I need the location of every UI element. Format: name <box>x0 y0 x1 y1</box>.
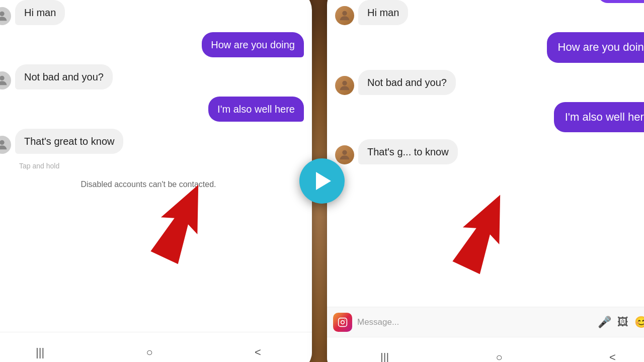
tap-hold-label: Tap and hold <box>0 161 304 170</box>
svg-rect-7 <box>339 318 347 326</box>
message-placeholder[interactable]: Message... <box>357 317 593 327</box>
nav-back-icon[interactable]: < <box>609 351 616 363</box>
bubble-received: Not bad and you? <box>15 64 113 89</box>
message-row: How are you doing <box>335 32 644 63</box>
bubble-received: Not bad and you? <box>358 70 456 95</box>
bubble-received: That's g... to know <box>358 139 458 164</box>
message-row: Not bad and you? <box>335 70 644 95</box>
svg-point-4 <box>342 11 347 16</box>
message-input-bar: Message... 🎤 🖼 😊 ⊕ <box>327 307 644 337</box>
message-row: How are you doing <box>0 32 304 57</box>
avatar-photo <box>335 6 354 25</box>
hey-bro-bubble: Hey bro <box>598 0 644 3</box>
svg-point-5 <box>342 80 347 85</box>
nav-back-icon[interactable]: < <box>255 346 261 359</box>
svg-point-2 <box>0 140 5 145</box>
bubble-sent: I'm also well here <box>554 102 644 133</box>
sticker-icon[interactable]: 😊 <box>634 316 644 329</box>
svg-point-8 <box>341 320 345 324</box>
svg-marker-10 <box>448 187 518 277</box>
bottom-nav-right: ||| ○ < <box>327 337 644 362</box>
play-triangle-icon <box>316 172 331 190</box>
input-icons: 🎤 🖼 😊 ⊕ <box>598 316 644 329</box>
red-arrow-left <box>133 170 229 275</box>
avatar-photo <box>335 76 354 95</box>
message-row: I'm also well here <box>0 97 304 122</box>
chat-area-left: Hi man How are you doing Not bad and you… <box>0 0 312 332</box>
bubble-received: Hi man <box>15 0 65 25</box>
bubble-sent: I'm also well here <box>208 97 304 122</box>
phone-right: Hey bro Hi man How are you doing Not bad… <box>327 0 644 362</box>
nav-home-icon[interactable]: ○ <box>496 351 502 363</box>
nav-home-icon[interactable]: ○ <box>146 346 152 359</box>
bubble-received: Hi man <box>358 0 408 25</box>
svg-marker-3 <box>146 176 216 266</box>
message-row: Hi man <box>335 0 644 25</box>
svg-point-1 <box>0 76 5 80</box>
svg-point-9 <box>345 319 346 320</box>
image-icon[interactable]: 🖼 <box>617 316 628 329</box>
microphone-icon[interactable]: 🎤 <box>598 316 611 329</box>
instagram-icon <box>333 313 352 332</box>
message-row: I'm also well here <box>335 102 644 133</box>
bottom-nav-left: ||| ○ < <box>0 332 312 362</box>
message-row: That's great to know <box>0 129 304 154</box>
message-row: Hi man <box>0 0 304 25</box>
bubble-sent: How are you doing <box>547 32 644 63</box>
nav-menu-icon[interactable]: ||| <box>380 351 389 363</box>
bubble-received: That's great to know <box>15 129 123 154</box>
red-arrow-right <box>435 180 531 285</box>
message-row: Not bad and you? <box>0 64 304 89</box>
message-row: That's g... to know <box>335 139 644 164</box>
nav-menu-icon[interactable]: ||| <box>36 346 44 359</box>
avatar <box>0 71 11 89</box>
avatar <box>0 7 11 25</box>
play-button[interactable] <box>299 158 345 204</box>
bubble-sent: How are you doing <box>202 32 304 57</box>
avatar-photo <box>335 145 354 164</box>
svg-point-6 <box>342 150 347 155</box>
svg-point-0 <box>0 12 5 16</box>
avatar <box>0 136 11 154</box>
